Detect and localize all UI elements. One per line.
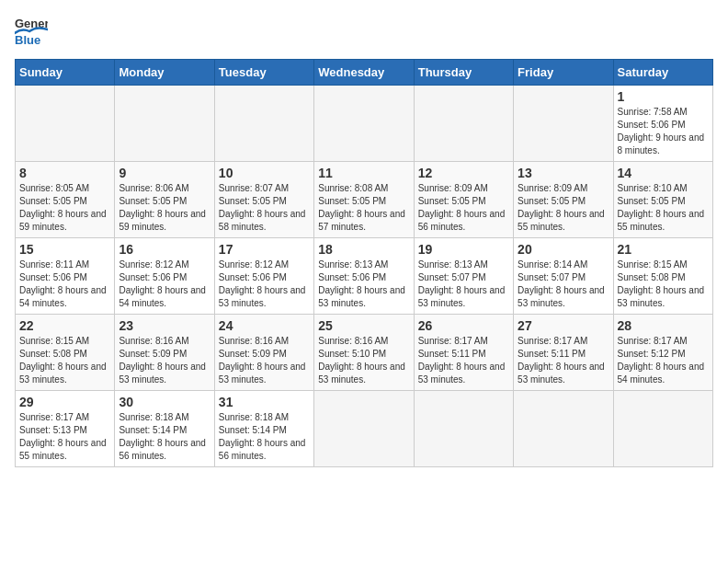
- day-info: Sunrise: 8:16 AMSunset: 5:10 PMDaylight:…: [318, 335, 409, 386]
- calendar-cell: 28 Sunrise: 8:17 AMSunset: 5:12 PMDaylig…: [613, 315, 712, 391]
- day-number: 19: [418, 242, 509, 257]
- day-info: Sunrise: 8:10 AMSunset: 5:05 PMDaylight:…: [618, 182, 709, 234]
- calendar-cell: 13 Sunrise: 8:09 AMSunset: 5:05 PMDaylig…: [514, 162, 613, 238]
- day-number: 27: [518, 318, 609, 333]
- day-number: 18: [318, 242, 409, 257]
- day-info: Sunrise: 8:13 AMSunset: 5:07 PMDaylight:…: [418, 259, 509, 310]
- calendar-cell: 27 Sunrise: 8:17 AMSunset: 5:11 PMDaylig…: [514, 315, 613, 391]
- day-number: 20: [518, 242, 609, 257]
- day-info: Sunrise: 8:08 AMSunset: 5:05 PMDaylight:…: [318, 182, 409, 234]
- day-number: 25: [318, 318, 409, 333]
- calendar-cell: 23 Sunrise: 8:16 AMSunset: 5:09 PMDaylig…: [115, 315, 214, 391]
- calendar-cell: 18 Sunrise: 8:13 AMSunset: 5:06 PMDaylig…: [314, 238, 414, 315]
- day-info: Sunrise: 8:15 AMSunset: 5:08 PMDaylight:…: [618, 259, 709, 310]
- calendar-table: SundayMondayTuesdayWednesdayThursdayFrid…: [15, 59, 713, 467]
- day-number: 9: [119, 166, 210, 180]
- calendar-cell: 31 Sunrise: 8:18 AMSunset: 5:14 PMDaylig…: [214, 391, 313, 467]
- day-number: 29: [19, 395, 110, 409]
- calendar-cell: 9 Sunrise: 8:06 AMSunset: 5:05 PMDayligh…: [115, 162, 214, 238]
- calendar-cell: 26 Sunrise: 8:17 AMSunset: 5:11 PMDaylig…: [414, 315, 513, 391]
- calendar-cell: 30 Sunrise: 8:18 AMSunset: 5:14 PMDaylig…: [115, 391, 214, 467]
- day-number: 8: [19, 166, 110, 180]
- calendar-cell: [414, 391, 513, 467]
- weekday-header-monday: Monday: [115, 60, 214, 86]
- weekday-header-tuesday: Tuesday: [214, 60, 313, 86]
- day-number: 30: [119, 395, 210, 409]
- day-info: Sunrise: 8:17 AMSunset: 5:12 PMDaylight:…: [618, 335, 709, 386]
- calendar-cell: [214, 86, 313, 162]
- day-info: Sunrise: 8:07 AMSunset: 5:05 PMDaylight:…: [219, 182, 310, 234]
- calendar-cell: 14 Sunrise: 8:10 AMSunset: 5:05 PMDaylig…: [613, 162, 712, 238]
- weekday-header-thursday: Thursday: [414, 60, 513, 86]
- day-number: 13: [518, 166, 609, 180]
- calendar-cell: 8 Sunrise: 8:05 AMSunset: 5:05 PMDayligh…: [16, 162, 115, 238]
- page-header: General Blue: [15, 15, 713, 48]
- day-info: Sunrise: 8:18 AMSunset: 5:14 PMDaylight:…: [119, 411, 210, 463]
- day-number: 10: [219, 166, 310, 180]
- day-info: Sunrise: 8:17 AMSunset: 5:11 PMDaylight:…: [418, 335, 509, 386]
- day-number: 23: [119, 318, 210, 333]
- weekday-header-sunday: Sunday: [16, 60, 115, 86]
- day-number: 26: [418, 318, 509, 333]
- calendar-cell: [314, 86, 414, 162]
- calendar-cell: 11 Sunrise: 8:08 AMSunset: 5:05 PMDaylig…: [314, 162, 414, 238]
- day-info: Sunrise: 8:13 AMSunset: 5:06 PMDaylight:…: [318, 259, 409, 310]
- day-info: Sunrise: 8:09 AMSunset: 5:05 PMDaylight:…: [518, 182, 609, 234]
- calendar-cell: [514, 86, 613, 162]
- day-number: 17: [219, 242, 310, 257]
- calendar-cell: 16 Sunrise: 8:12 AMSunset: 5:06 PMDaylig…: [115, 238, 214, 315]
- calendar-cell: [414, 86, 513, 162]
- day-info: Sunrise: 8:12 AMSunset: 5:06 PMDaylight:…: [119, 259, 210, 310]
- day-info: Sunrise: 8:06 AMSunset: 5:05 PMDaylight:…: [119, 182, 210, 234]
- day-number: 15: [19, 242, 110, 257]
- day-number: 11: [318, 166, 409, 180]
- day-number: 1: [618, 89, 709, 104]
- calendar-cell: [613, 391, 712, 467]
- calendar-cell: 17 Sunrise: 8:12 AMSunset: 5:06 PMDaylig…: [214, 238, 313, 315]
- day-info: Sunrise: 8:15 AMSunset: 5:08 PMDaylight:…: [19, 335, 110, 386]
- day-number: 21: [618, 242, 709, 257]
- day-info: Sunrise: 8:09 AMSunset: 5:05 PMDaylight:…: [418, 182, 509, 234]
- day-info: Sunrise: 8:17 AMSunset: 5:13 PMDaylight:…: [19, 411, 110, 463]
- day-info: Sunrise: 8:11 AMSunset: 5:06 PMDaylight:…: [19, 259, 110, 310]
- calendar-cell: 20 Sunrise: 8:14 AMSunset: 5:07 PMDaylig…: [514, 238, 613, 315]
- svg-text:Blue: Blue: [15, 33, 40, 47]
- calendar-cell: 1 Sunrise: 7:58 AMSunset: 5:06 PMDayligh…: [613, 86, 712, 162]
- weekday-header-wednesday: Wednesday: [314, 60, 414, 86]
- day-info: Sunrise: 8:16 AMSunset: 5:09 PMDaylight:…: [119, 335, 210, 386]
- day-number: 16: [119, 242, 210, 257]
- calendar-cell: 15 Sunrise: 8:11 AMSunset: 5:06 PMDaylig…: [16, 238, 115, 315]
- day-info: Sunrise: 8:17 AMSunset: 5:11 PMDaylight:…: [518, 335, 609, 386]
- day-number: 22: [19, 318, 110, 333]
- day-number: 12: [418, 166, 509, 180]
- calendar-cell: [514, 391, 613, 467]
- calendar-cell: [314, 391, 414, 467]
- calendar-cell: 12 Sunrise: 8:09 AMSunset: 5:05 PMDaylig…: [414, 162, 513, 238]
- calendar-cell: 25 Sunrise: 8:16 AMSunset: 5:10 PMDaylig…: [314, 315, 414, 391]
- logo: General Blue: [15, 15, 48, 48]
- day-info: Sunrise: 7:58 AMSunset: 5:06 PMDaylight:…: [618, 106, 709, 157]
- calendar-cell: 21 Sunrise: 8:15 AMSunset: 5:08 PMDaylig…: [613, 238, 712, 315]
- calendar-cell: [115, 86, 214, 162]
- day-number: 24: [219, 318, 310, 333]
- day-number: 28: [618, 318, 709, 333]
- calendar-cell: 10 Sunrise: 8:07 AMSunset: 5:05 PMDaylig…: [214, 162, 313, 238]
- day-info: Sunrise: 8:16 AMSunset: 5:09 PMDaylight:…: [219, 335, 310, 386]
- day-info: Sunrise: 8:12 AMSunset: 5:06 PMDaylight:…: [219, 259, 310, 310]
- day-number: 31: [219, 395, 310, 409]
- day-info: Sunrise: 8:14 AMSunset: 5:07 PMDaylight:…: [518, 259, 609, 310]
- calendar-cell: [16, 86, 115, 162]
- calendar-cell: 29 Sunrise: 8:17 AMSunset: 5:13 PMDaylig…: [16, 391, 115, 467]
- day-info: Sunrise: 8:18 AMSunset: 5:14 PMDaylight:…: [219, 411, 310, 463]
- calendar-cell: 24 Sunrise: 8:16 AMSunset: 5:09 PMDaylig…: [214, 315, 313, 391]
- day-number: 14: [618, 166, 709, 180]
- calendar-cell: 19 Sunrise: 8:13 AMSunset: 5:07 PMDaylig…: [414, 238, 513, 315]
- weekday-header-friday: Friday: [514, 60, 613, 86]
- calendar-cell: 22 Sunrise: 8:15 AMSunset: 5:08 PMDaylig…: [16, 315, 115, 391]
- weekday-header-saturday: Saturday: [613, 60, 712, 86]
- day-info: Sunrise: 8:05 AMSunset: 5:05 PMDaylight:…: [19, 182, 110, 234]
- logo-icon: General Blue: [15, 15, 48, 48]
